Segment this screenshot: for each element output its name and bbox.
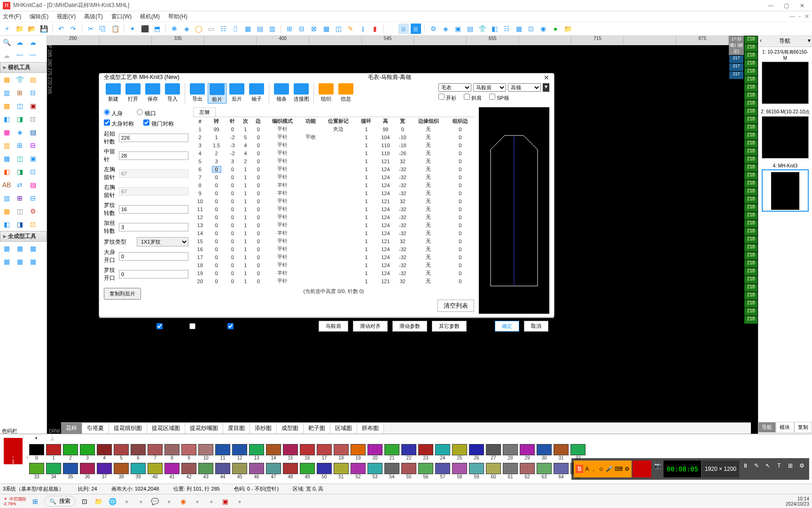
view-tab-9[interactable]: 区域图 — [330, 423, 357, 434]
swatch-16[interactable]: 16 — [299, 444, 315, 460]
dlg-tb-前片[interactable]: 前片 — [208, 83, 226, 103]
swatch-58[interactable]: 58 — [452, 463, 468, 479]
wechat-icon[interactable]: 💬 — [150, 496, 160, 507]
tool-h[interactable]: ▤ — [255, 24, 265, 34]
save-button[interactable]: 💾 — [39, 24, 49, 34]
cut-button[interactable]: ✂ — [86, 24, 96, 34]
section-fullform-tools[interactable]: 全成型工具 — [0, 231, 47, 242]
mid-keep-input[interactable] — [119, 151, 188, 160]
screen-recorder-bar[interactable]: S A ， ☺ 🎤 ⌨ ⚙ 📷 00:08:05 1920 × 1200 ⏸ ✎… — [571, 458, 809, 480]
swatch-38[interactable]: 38 — [113, 463, 129, 479]
left-tool-15[interactable]: ▥ — [1, 140, 12, 151]
body-open-input[interactable] — [119, 252, 188, 261]
swatch-59[interactable]: 59 — [468, 463, 484, 479]
swatch-42[interactable]: 42 — [181, 463, 197, 479]
pause-icon[interactable]: ⏸ — [740, 460, 750, 471]
left-tool-14[interactable]: ▤ — [27, 127, 39, 138]
dlg-tb-袖子[interactable]: 袖子 — [247, 83, 266, 103]
swatch-19[interactable]: 19 — [350, 444, 366, 460]
dlg-tb-保存[interactable]: 保存 — [143, 83, 162, 103]
brush-icon[interactable]: ✎ — [751, 460, 762, 471]
app2-icon[interactable]: ▫ — [136, 496, 146, 507]
swatch-12[interactable]: 12 — [232, 444, 248, 460]
left-tool-35[interactable]: ⊡ — [27, 219, 39, 230]
new-file-button[interactable]: ＋ — [2, 24, 12, 34]
cursor-icon[interactable]: ↖ — [763, 460, 773, 471]
left-tool-34[interactable]: ◨ — [14, 219, 25, 230]
menu-file[interactable]: 文件(F) — [3, 13, 21, 21]
swatch-25[interactable]: 25 — [452, 444, 468, 460]
view-tab-6[interactable]: 添纱图 — [250, 423, 277, 434]
left-tool-29[interactable]: ⊟ — [27, 192, 39, 204]
app5-icon[interactable]: ▫ — [192, 496, 203, 507]
swatch-23[interactable]: 23 — [418, 444, 434, 460]
swatch-18[interactable]: 18 — [333, 444, 349, 460]
swatch-2[interactable]: 2 — [62, 444, 78, 460]
table-edit-cell[interactable] — [212, 166, 221, 173]
dlg-tb-导出[interactable]: 导出 — [188, 83, 207, 103]
snap2-button[interactable]: ⫼ — [411, 24, 421, 34]
app1-icon[interactable]: ▫ — [122, 496, 132, 507]
view-tab-0[interactable]: 花样 — [61, 423, 82, 434]
yarn-add-checkbox[interactable]: 一把纱嘴加丝 — [227, 323, 266, 330]
text-icon[interactable]: T — [774, 460, 784, 471]
settings2-icon[interactable]: ⚙ — [796, 460, 807, 471]
swatch-57[interactable]: 57 — [435, 463, 451, 479]
swatch-52[interactable]: 52 — [350, 463, 366, 479]
dlg-tb-信息[interactable]: 信息 — [336, 83, 355, 103]
swatch-48[interactable]: 48 — [282, 463, 298, 479]
dlg-tb-导入[interactable]: 导入 — [163, 83, 182, 103]
maximize-button[interactable]: ▢ — [780, 2, 794, 9]
nav-menu-icon[interactable]: ▾ — [808, 37, 811, 45]
pen-icon[interactable]: ✎ — [345, 24, 356, 34]
left-tool-3[interactable]: ▥ — [1, 87, 12, 98]
swatch-51[interactable]: 51 — [333, 463, 349, 479]
swatch-44[interactable]: 44 — [215, 463, 231, 479]
tool-x[interactable]: ◉ — [538, 24, 548, 34]
menu-help[interactable]: 帮助(H) — [168, 13, 187, 21]
shoulder-type-select[interactable]: 马鞍肩 — [473, 83, 506, 92]
swatch-17[interactable]: 17 — [316, 444, 332, 460]
ok-button[interactable]: 确定 — [495, 321, 519, 332]
left-tool-21[interactable]: ◧ — [1, 166, 12, 177]
left-tool-26[interactable]: ▤ — [27, 179, 39, 190]
tool-r[interactable]: ▣ — [453, 24, 463, 34]
settings-icon[interactable]: ❋ — [169, 24, 180, 34]
open-button[interactable]: 📁 — [14, 24, 24, 34]
swatch-7[interactable]: 7 — [147, 444, 163, 460]
tool-w[interactable]: ⊡ — [526, 24, 536, 34]
left-tool-9[interactable]: ◧ — [1, 113, 12, 125]
left-tool-32[interactable]: ⚙ — [27, 206, 39, 217]
left-tool-5[interactable]: ⊟ — [27, 87, 39, 98]
left-tool-17[interactable]: ⊟ — [27, 140, 39, 151]
left-tool-24[interactable]: AB — [1, 179, 12, 190]
swatch-9[interactable]: 9 — [181, 444, 197, 460]
swatch-20[interactable]: 20 — [367, 444, 383, 460]
swatch-36[interactable]: 36 — [79, 463, 95, 479]
tool-m[interactable]: ▩ — [321, 24, 331, 34]
swatch-46[interactable]: 46 — [249, 463, 265, 479]
left-tool-27[interactable]: ▥ — [1, 192, 12, 204]
dlg-tb-领条[interactable]: 领条 — [272, 83, 291, 103]
tool-i[interactable]: ▥ — [267, 24, 277, 34]
swatch-64[interactable]: 64 — [553, 463, 569, 479]
swatch-15[interactable]: 15 — [282, 444, 298, 460]
dlg-tb-打开[interactable]: 打开 — [124, 83, 142, 103]
taskview-icon[interactable]: ⊡ — [79, 496, 90, 507]
swatch-45[interactable]: 45 — [232, 463, 248, 479]
swatch-6[interactable]: 6 — [130, 444, 146, 460]
nav-thumb-3[interactable]: 4: MH-Knit3 — [758, 161, 812, 214]
app3-icon[interactable]: ▫ — [164, 496, 174, 507]
left-tool-4[interactable]: ⊞ — [14, 87, 25, 98]
swatch-11[interactable]: 11 — [215, 444, 231, 460]
rib-rows-input[interactable] — [119, 205, 188, 214]
left-tool-8[interactable]: ▣ — [27, 100, 39, 111]
swatch-3[interactable]: 3 — [79, 444, 95, 460]
dialog-close-icon[interactable]: ✕ — [544, 74, 549, 81]
shaping-table[interactable]: #转针次边编织模式功能位置标记循环高宽边缘组织组织边199010平针夹边1990… — [193, 117, 474, 298]
dlg-tb-后片[interactable]: 后片 — [227, 83, 246, 103]
snap1-button[interactable]: ⫼ — [398, 24, 409, 34]
swatch-63[interactable]: 63 — [536, 463, 552, 479]
swatch-28[interactable]: 28 — [502, 444, 518, 460]
swatch-39[interactable]: 39 — [130, 463, 146, 479]
